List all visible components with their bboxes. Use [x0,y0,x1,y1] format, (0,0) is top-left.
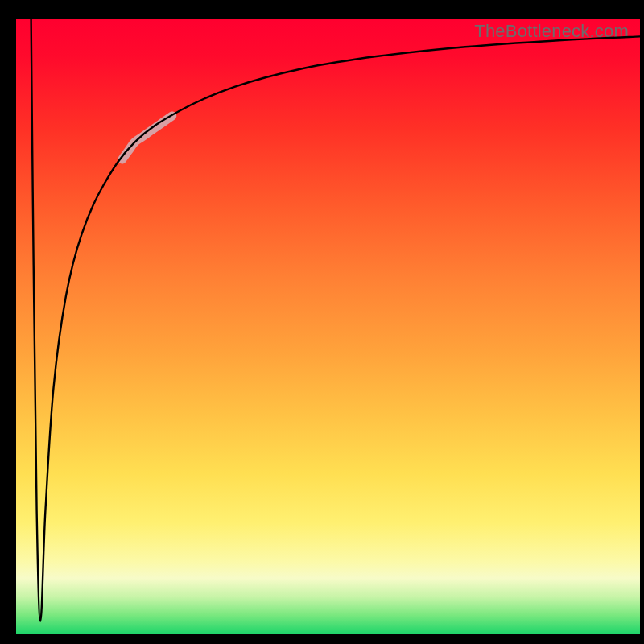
plot-area: TheBottleneck.com [16,19,640,634]
bottleneck-curve [31,19,640,621]
chart-frame: TheBottleneck.com [0,0,644,644]
highlight-band [122,116,172,159]
curve-layer [16,19,640,634]
